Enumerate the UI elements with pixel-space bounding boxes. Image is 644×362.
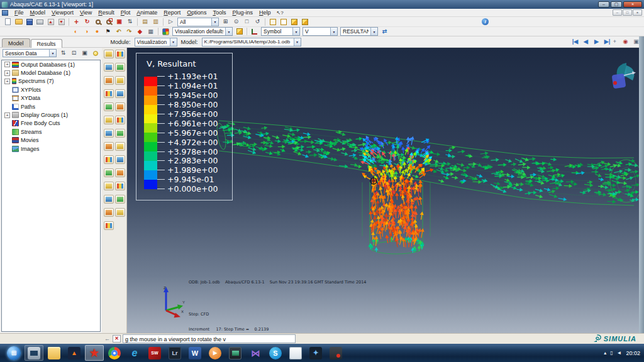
toolbox-button[interactable] [115, 89, 125, 98]
toolbox-button[interactable] [115, 208, 125, 217]
start-taskbar-button[interactable]: ⊞ [4, 345, 23, 361]
toolbox-button[interactable] [115, 142, 125, 151]
menu-plug-ins[interactable]: Plug-ins [229, 9, 256, 16]
plot-defaults-combobox[interactable]: Visualization defaults ▾ [172, 27, 233, 36]
volume-icon[interactable]: ◄ [617, 350, 622, 356]
expand-icon[interactable]: + [4, 70, 10, 76]
spin-button[interactable]: ⇅ [58, 49, 68, 57]
menu-report[interactable]: Report [160, 9, 184, 16]
tree-item-streams[interactable]: Streams [2, 128, 100, 136]
toolbox-button[interactable] [104, 89, 114, 98]
view-perspective-button[interactable] [300, 18, 309, 26]
photo-viewer-taskbar-button[interactable] [226, 345, 245, 361]
toolbox-button[interactable] [115, 102, 125, 111]
prompt-cancel-button[interactable]: ✕ [113, 335, 121, 343]
solidworks-taskbar-button[interactable]: SW [145, 345, 164, 361]
toolbox-button[interactable] [115, 63, 125, 72]
tree-item-xydata[interactable]: XYData [2, 94, 100, 102]
box-select-button[interactable]: □ [242, 18, 252, 26]
field-variable-combobox[interactable]: V ▾ [303, 27, 338, 36]
menu-viewport[interactable]: Viewport [48, 9, 77, 16]
tool-red-button[interactable]: ◆ [135, 28, 145, 36]
fit-view-button[interactable]: ▣ [114, 18, 124, 26]
viewport-close-button[interactable]: × [633, 9, 642, 16]
menu-result[interactable]: Result [95, 9, 118, 16]
toolbox-button[interactable] [104, 50, 114, 58]
apply-selection-button[interactable]: ⊞ [221, 18, 230, 26]
pan-button[interactable]: + [72, 18, 81, 26]
tab-results[interactable]: Results [31, 39, 62, 48]
menu-tools[interactable]: Tools [209, 9, 229, 16]
abaqus-taskbar-button[interactable]: ★ [85, 345, 104, 361]
prompt-back-icon[interactable]: ← [103, 335, 111, 343]
network-icon[interactable]: ▯ [610, 350, 613, 356]
next-frame-button[interactable]: ▶ [592, 38, 601, 46]
tab-model[interactable]: Model [2, 38, 30, 47]
undo-button[interactable]: ↶ [114, 28, 123, 36]
menu-help[interactable]: Help [256, 9, 274, 16]
info-button[interactable]: i [480, 18, 490, 26]
selection-scope-combobox[interactable]: All ▾ [177, 18, 219, 26]
module-combobox[interactable]: Visualization ▾ [135, 38, 177, 47]
menu-plot[interactable]: Plot [118, 9, 134, 16]
toolbox-button[interactable] [104, 129, 114, 138]
view-wireframe-button[interactable] [268, 18, 277, 26]
previous-frame-button[interactable]: ◀ [581, 38, 591, 46]
redo-button[interactable]: ↷ [125, 28, 134, 36]
result-table-button[interactable]: ▦ [146, 28, 155, 36]
toolbox-button[interactable] [104, 208, 114, 217]
toolbox-button[interactable] [104, 155, 114, 164]
render-shaded-button[interactable]: ◐ [71, 28, 80, 36]
toolbox-button[interactable] [115, 182, 125, 190]
toolbox-button[interactable] [104, 116, 114, 124]
tray-expand-icon[interactable]: ▴ [604, 350, 606, 356]
reset-select-button[interactable]: ↺ [253, 18, 262, 26]
toolbox-button[interactable] [115, 76, 125, 85]
menu-model[interactable]: Model [27, 9, 49, 16]
tip-button[interactable] [91, 49, 100, 57]
menu-view[interactable]: View [77, 9, 95, 16]
media-player-taskbar-button[interactable]: ▶ [206, 345, 225, 361]
record-movie-button[interactable]: ◉ [621, 38, 630, 46]
mouse-probe-button[interactable]: + [610, 38, 619, 46]
render-filled-button[interactable]: ◑ [82, 28, 91, 36]
plot-state-cube-button[interactable] [235, 28, 244, 36]
toolbox-button[interactable] [115, 50, 125, 58]
rotate-button[interactable]: ↻ [82, 18, 92, 26]
open-file-button[interactable] [14, 18, 23, 26]
lightroom-taskbar-button[interactable]: Lr [165, 345, 184, 361]
probe-flag-button[interactable]: ⚑ [103, 28, 113, 36]
explorer-taskbar-button[interactable] [45, 345, 64, 361]
customize-button[interactable]: ▥ [151, 18, 160, 26]
toolbox-button[interactable] [104, 102, 114, 111]
toolbox-button[interactable] [115, 129, 125, 138]
tree-item-display-groups[interactable]: +Display Groups (1) [2, 111, 100, 119]
toolbox-button[interactable] [104, 63, 114, 72]
toolbox-button[interactable] [104, 221, 114, 230]
word-taskbar-button[interactable]: W [186, 345, 204, 361]
query-info-button[interactable]: ▤ [140, 18, 150, 26]
attach-tool-red-2-button[interactable]: ▼ [57, 18, 66, 26]
cycle-views-button[interactable]: ⇅ [125, 18, 135, 26]
contour-options-button[interactable] [161, 28, 170, 36]
toolbox-button[interactable] [115, 116, 125, 124]
copy-button[interactable]: ▣ [80, 49, 89, 57]
tree-item-images[interactable]: Images [2, 145, 100, 153]
view-shaded-button[interactable] [289, 18, 299, 26]
tree-item-model-database[interactable]: +Model Database (1) [2, 69, 100, 77]
tree-item-output-databases[interactable]: +Output Databases (1) [2, 60, 100, 69]
toolbox-button[interactable] [104, 142, 114, 151]
daemon-tools-taskbar-button[interactable]: ✦ [306, 345, 325, 361]
tree-item-paths[interactable]: Paths [2, 102, 100, 111]
circle-select-button[interactable]: ⊙ [231, 18, 241, 26]
screen-recorder-taskbar-button[interactable] [326, 345, 345, 361]
tree-item-xyplots[interactable]: XYPlots [2, 85, 100, 94]
toolbox-button[interactable] [115, 155, 125, 164]
pick-cursor-button[interactable]: ▷ [166, 18, 175, 26]
toolbox-button[interactable] [115, 195, 125, 204]
internet-explorer-taskbar-button[interactable]: e [125, 345, 144, 361]
toolbox-button[interactable] [104, 168, 114, 177]
first-frame-button[interactable]: |◀ [570, 38, 580, 46]
minimize-button[interactable]: – [598, 1, 609, 8]
notes-taskbar-button[interactable] [286, 345, 305, 361]
